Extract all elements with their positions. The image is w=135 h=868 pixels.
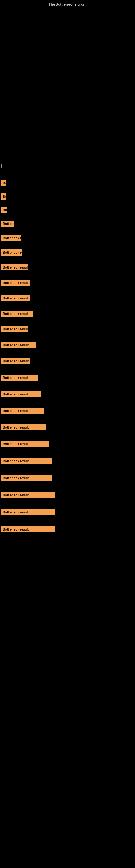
row-11: Bottleneck result	[0, 323, 135, 335]
row-18: Bottleneck result	[0, 438, 135, 450]
row-13: Bottleneck result	[0, 355, 135, 367]
bottleneck-item-8[interactable]: Bottleneck result	[1, 280, 30, 286]
chart-area	[0, 6, 135, 164]
row-22: Bottleneck result	[0, 506, 135, 518]
bottleneck-item-1[interactable]: Bottleneck result	[1, 180, 6, 186]
row-17: Bottleneck result	[0, 422, 135, 433]
bottleneck-item-10[interactable]: Bottleneck result	[1, 311, 33, 317]
bottleneck-item-11[interactable]: Bottleneck result	[1, 326, 28, 332]
bottleneck-item-13[interactable]: Bottleneck result	[1, 358, 30, 364]
bottleneck-item-18[interactable]: Bottleneck result	[1, 441, 49, 447]
bottleneck-item-3[interactable]: Bottleneck result	[1, 207, 7, 213]
bottleneck-item-2[interactable]: Bottleneck result	[1, 193, 6, 199]
row-20: Bottleneck result	[0, 472, 135, 484]
row-15: Bottleneck result	[0, 389, 135, 400]
row-19: Bottleneck result	[0, 455, 135, 467]
row-12: Bottleneck result	[0, 339, 135, 351]
bottleneck-item-21[interactable]: Bottleneck result	[1, 492, 54, 498]
bottleneck-item-23[interactable]: Bottleneck result	[1, 526, 54, 532]
site-title: TheBottlenecker.com	[0, 0, 135, 6]
bottleneck-item-12[interactable]: Bottleneck result	[1, 342, 36, 348]
row-6: Bottleneck result	[0, 247, 135, 258]
bottleneck-item-9[interactable]: Bottleneck result	[1, 295, 30, 301]
row-14: Bottleneck result	[0, 372, 135, 383]
bottleneck-item-14[interactable]: Bottleneck result	[1, 375, 38, 381]
page-wrapper: TheBottlenecker.com | Bottleneck result …	[0, 0, 135, 535]
bottleneck-item-7[interactable]: Bottleneck result	[1, 264, 28, 271]
row-5: Bottleneck result	[0, 232, 135, 244]
row-10: Bottleneck result	[0, 308, 135, 319]
bottleneck-item-5[interactable]: Bottleneck result	[1, 235, 21, 241]
cursor-indicator: |	[0, 164, 135, 172]
row-1: Bottleneck result	[0, 177, 135, 189]
row-2: Bottleneck result	[0, 191, 135, 203]
bottleneck-item-16[interactable]: Bottleneck result	[1, 408, 44, 414]
bottleneck-item-4[interactable]: Bottleneck result	[1, 220, 14, 227]
bottleneck-item-22[interactable]: Bottleneck result	[1, 509, 54, 516]
bottleneck-item-20[interactable]: Bottleneck result	[1, 475, 52, 481]
bottleneck-item-17[interactable]: Bottleneck result	[1, 424, 46, 431]
row-3: Bottleneck result	[0, 204, 135, 216]
row-7: Bottleneck result	[0, 261, 135, 273]
row-21: Bottleneck result	[0, 489, 135, 501]
row-4: Bottleneck result	[0, 218, 135, 229]
bottleneck-item-15[interactable]: Bottleneck result	[1, 391, 41, 397]
row-16: Bottleneck result	[0, 405, 135, 416]
items-container: Bottleneck result Bottleneck result Bott…	[0, 177, 135, 535]
bottleneck-item-6[interactable]: Bottleneck result	[1, 249, 22, 255]
row-23: Bottleneck result	[0, 524, 135, 535]
bottleneck-item-19[interactable]: Bottleneck result	[1, 458, 52, 464]
row-8: Bottleneck result	[0, 277, 135, 289]
row-9: Bottleneck result	[0, 292, 135, 304]
